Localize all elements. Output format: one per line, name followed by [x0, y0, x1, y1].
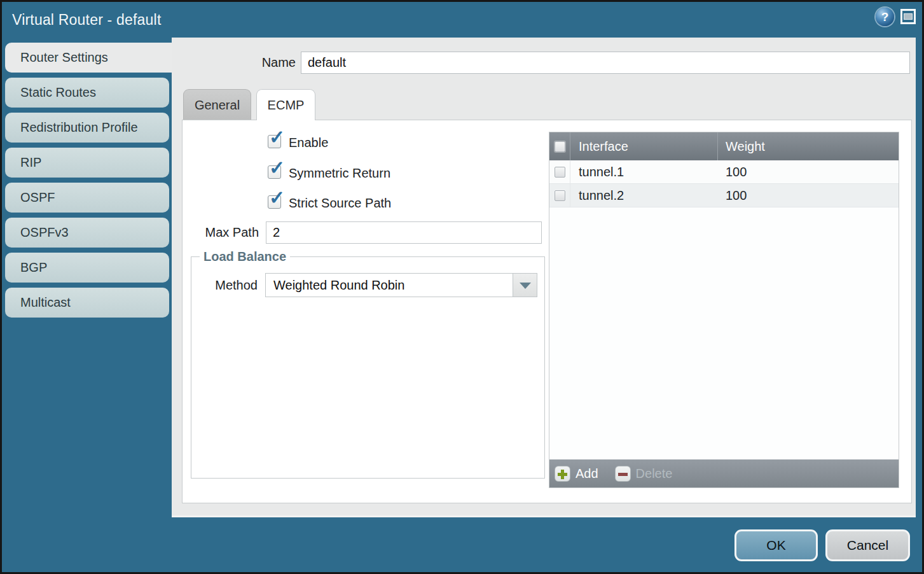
sidebar-item-rip[interactable]: RIP	[5, 148, 169, 178]
method-dropdown-arrow-button[interactable]	[513, 274, 537, 297]
load-balance-legend: Load Balance	[200, 249, 290, 264]
interface-table: Interface Weight tunnel.1 100 tunnel.2 1…	[549, 132, 899, 488]
row-checkbox-cell	[549, 184, 570, 207]
sidebar-item-multicast[interactable]: Multicast	[5, 288, 169, 318]
max-path-label: Max Path	[193, 221, 259, 244]
sidebar-item-ospf[interactable]: OSPF	[5, 183, 169, 213]
weight-cell: 100	[718, 160, 899, 183]
table-toolbar: Add Delete	[549, 459, 899, 487]
row-checkbox-cell	[549, 160, 570, 183]
method-label: Method	[199, 273, 258, 297]
table-row[interactable]: tunnel.1 100	[549, 160, 899, 184]
interface-table-header: Interface Weight	[549, 132, 899, 160]
content-area: Name General ECMP ✓ Enable ✓ Symmetric R…	[172, 38, 916, 517]
max-path-input[interactable]	[266, 221, 542, 244]
dialog-title: Virtual Router - default	[12, 2, 162, 38]
sidebar-item-ospfv3[interactable]: OSPFv3	[5, 218, 169, 248]
sidebar-item-static-routes[interactable]: Static Routes	[5, 78, 169, 108]
symmetric-return-checkbox[interactable]: ✓	[268, 165, 281, 179]
enable-label: Enable	[289, 135, 328, 150]
check-icon: ✓	[269, 128, 285, 147]
tab-ecmp[interactable]: ECMP	[256, 89, 315, 120]
row-checkbox[interactable]	[555, 190, 565, 201]
method-dropdown[interactable]: Weighted Round Robin	[265, 273, 537, 297]
help-icon[interactable]: ?	[876, 8, 894, 26]
chevron-down-icon	[520, 283, 531, 289]
name-label: Name	[223, 52, 296, 73]
restore-window-icon[interactable]	[900, 9, 916, 24]
add-button-label: Add	[576, 466, 598, 481]
select-all-cell	[549, 132, 570, 160]
interface-cell: tunnel.1	[570, 160, 718, 183]
table-empty-area	[549, 207, 899, 459]
row-checkbox[interactable]	[555, 167, 565, 178]
select-all-checkbox[interactable]	[555, 141, 565, 152]
weight-column-header: Weight	[718, 132, 899, 160]
virtual-router-dialog: Virtual Router - default ? Router Settin…	[0, 0, 924, 574]
cancel-button[interactable]: Cancel	[825, 529, 910, 561]
sidebar-item-router-settings[interactable]: Router Settings	[5, 43, 173, 73]
minus-icon	[615, 466, 631, 482]
delete-button-label: Delete	[636, 466, 673, 481]
symmetric-return-label: Symmetric Return	[289, 165, 390, 181]
sidebar-item-redistribution-profile[interactable]: Redistribution Profile	[5, 113, 169, 143]
method-dropdown-value: Weighted Round Robin	[266, 274, 513, 297]
ok-button[interactable]: OK	[734, 529, 818, 561]
strict-source-path-label: Strict Source Path	[289, 195, 391, 211]
tab-general[interactable]: General	[183, 89, 251, 120]
check-icon: ✓	[269, 158, 285, 178]
restore-window-icon-inner	[904, 13, 913, 20]
ecmp-panel: ✓ Enable ✓ Symmetric Return ✓ Strict Sou…	[182, 120, 912, 503]
enable-checkbox[interactable]: ✓	[268, 135, 281, 148]
interface-cell: tunnel.2	[570, 184, 718, 207]
delete-button[interactable]: Delete	[615, 466, 673, 482]
add-button[interactable]: Add	[555, 466, 598, 482]
plus-icon	[555, 466, 570, 482]
interface-column-header: Interface	[570, 132, 718, 160]
table-row[interactable]: tunnel.2 100	[549, 184, 899, 207]
sidebar: Router Settings Static Routes Redistribu…	[5, 43, 173, 323]
check-icon: ✓	[269, 188, 285, 207]
sidebar-item-bgp[interactable]: BGP	[5, 253, 169, 283]
title-bar: Virtual Router - default ?	[2, 2, 922, 38]
weight-cell: 100	[718, 184, 899, 207]
strict-source-path-checkbox[interactable]: ✓	[268, 195, 281, 209]
name-input[interactable]	[301, 52, 910, 74]
